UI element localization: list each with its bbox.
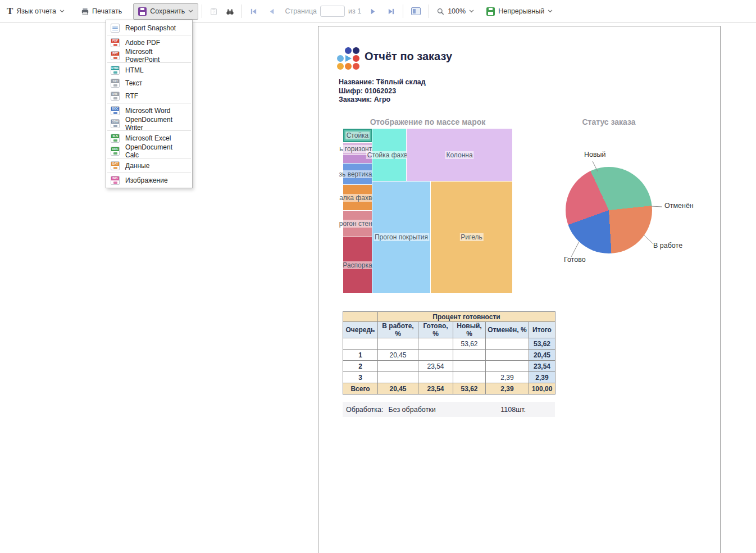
chevron-down-icon [188,10,193,13]
toolbar-separator [403,4,403,18]
clipboard-icon: ? [210,8,217,15]
menu-separator [107,103,191,103]
view-mode-button[interactable]: Непрерывный [482,4,557,19]
microsoft-excel-icon: XLS [111,134,120,143]
report-page: Отчёт по заказу Название: Тёплый склад Ш… [318,26,721,553]
menu-item-label: Microsoft Excel [125,134,171,142]
last-page-button[interactable] [383,4,399,19]
table-cell: 3 [343,372,378,383]
treemap-block-balka-fahverka[interactable]: алка фахве [343,185,372,210]
treemap-block-svyaz-vertikalnaya[interactable]: зь вертикал [343,164,372,184]
report-language-button[interactable]: T Язык отчета [2,3,69,19]
table-cell [378,338,418,350]
table-cell [418,338,453,350]
view-mode-label: Непрерывный [498,7,544,15]
table-cell: 53,62 [453,338,486,350]
treemap-block-label: Стойка фахве [366,151,412,159]
treemap-block-rasporka[interactable]: Распорка [343,237,372,293]
pie-label-done: Готово [564,256,586,264]
table-cell: 20,45 [378,350,418,361]
save-floppy-icon [138,7,147,16]
menu-item-html[interactable]: HTMLHTML [106,64,192,76]
chevron-down-icon [548,10,553,13]
menu-item-microsoft-powerpoint[interactable]: PPTMicrosoft PowerPoint [106,49,192,62]
table-cell [378,361,418,372]
treemap-block-progon-stenovoj[interactable]: рогон стено [343,211,372,237]
processing-count: 1108шт. [500,406,552,414]
table-cell [343,338,378,350]
find-button[interactable] [222,4,238,19]
menu-item-rtf[interactable]: RTFRTF [106,89,192,102]
column-header: Готово, % [418,322,453,338]
image-icon: IMG [111,176,120,185]
table-cell: 1 [343,350,378,361]
company-logo [337,47,362,70]
html-icon: HTML [111,66,120,75]
menu-item-image[interactable]: IMGИзображение [106,174,192,187]
menu-item-label: Report Snapshot [125,24,176,32]
print-button[interactable]: Печатать [77,4,126,19]
table-corner-cell [343,312,378,322]
data-icon: DAT [111,161,120,170]
table-title-row: Процент готовности [343,312,555,322]
first-page-icon [250,8,257,15]
page-number-input[interactable] [320,6,345,17]
pie-leader-lines [560,150,706,274]
table-row: 32,392,39 [343,372,555,383]
field-name: Название: Тёплый склад [339,78,426,87]
zoom-button[interactable]: 100% [432,4,479,19]
printer-icon [81,8,89,15]
table-cell: 20,45 [529,350,555,361]
binoculars-icon [226,8,234,15]
field-customer: Заказчик: Агро [339,96,426,105]
field-code: Шифр: 01062023 [339,87,426,96]
previous-page-button[interactable] [264,4,280,19]
toolbar-separator [429,4,429,18]
table-cell [378,372,418,383]
print-label: Печатать [92,7,122,15]
treemap-block-stojka[interactable]: Стойка [343,129,372,142]
treemap-block-rigel[interactable]: Ригель [431,182,512,293]
menu-item-label: OpenDocument Calc [125,143,188,159]
menu-item-report-snapshot[interactable]: Report Snapshot [106,21,192,34]
treemap-block-stojka-fahverka[interactable]: Стойка фахве [372,129,406,181]
table-cell [486,361,529,372]
thumbnails-panel-button[interactable] [407,4,425,19]
menu-item-opendocument-writer[interactable]: ODWOpenDocument Writer [106,117,192,130]
column-header: Новый, % [453,322,486,338]
table-cell: 53,62 [529,338,555,350]
column-header: В работе, % [378,322,418,338]
treemap-block-label: Прогон покрытия [374,233,429,241]
save-label: Сохранить [150,7,185,15]
table-cell [453,361,486,372]
table-cell: 23,54 [418,361,453,372]
report-language-label: Язык отчета [16,7,56,15]
processing-value: Без обработки [389,406,436,414]
table-cell [453,372,486,383]
menu-item-label: HTML [125,66,144,74]
opendocument-writer-icon: ODW [111,119,120,128]
menu-item-label: Текст [125,79,142,87]
menu-item-label: Microsoft PowerPoint [125,48,188,64]
table-header-row: ОчередьВ работе, %Готово, %Новый, %Отмен… [343,322,555,338]
pie-label-new: Новый [584,151,606,158]
first-page-button[interactable] [245,4,262,19]
save-button[interactable]: Сохранить [133,3,198,20]
chevron-down-icon [469,10,474,13]
svg-text:?: ? [213,10,215,13]
table-title-cell: Процент готовности [378,312,555,322]
treemap-block-progon-pokrytiya[interactable]: Прогон покрытия [372,182,430,293]
table-body: 53,6253,62120,4520,45223,5423,5432,392,3… [343,338,555,395]
menu-item-text[interactable]: TXTТекст [106,76,192,89]
table-cell: 2,39 [486,383,529,395]
column-header: Итого [529,322,555,338]
treemap-block-label: алка фахве [338,194,377,202]
menu-item-opendocument-calc[interactable]: ODCOpenDocument Calc [106,144,192,157]
treemap-block-kolonna[interactable]: Колонна [407,129,512,181]
menu-item-data[interactable]: DATДанные [106,159,192,172]
table-cell: 20,45 [378,383,418,395]
next-page-button[interactable] [365,4,381,19]
last-page-icon [388,8,395,15]
menu-separator [107,173,191,173]
table-cell: Всего [343,383,378,395]
